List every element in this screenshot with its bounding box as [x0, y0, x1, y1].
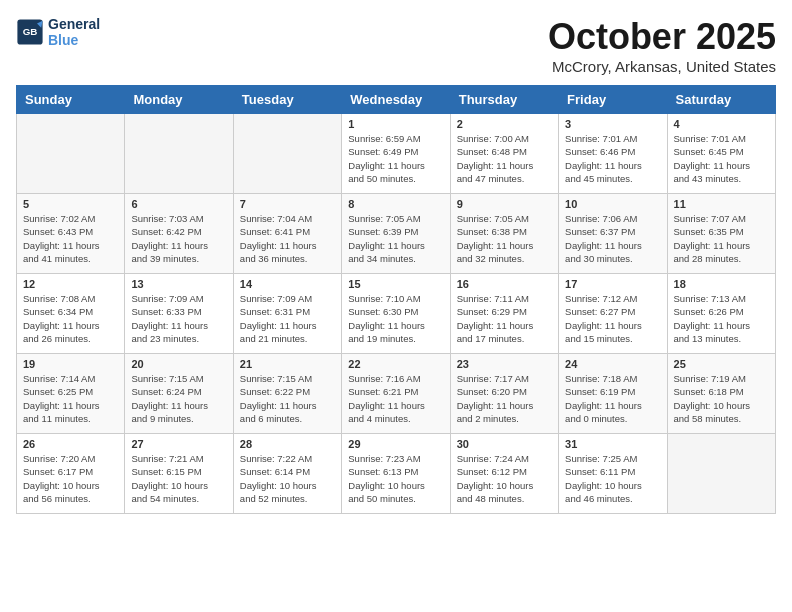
day-cell: 21Sunrise: 7:15 AM Sunset: 6:22 PM Dayli… — [233, 354, 341, 434]
logo: GB General Blue — [16, 16, 100, 48]
day-cell: 28Sunrise: 7:22 AM Sunset: 6:14 PM Dayli… — [233, 434, 341, 514]
day-number: 15 — [348, 278, 443, 290]
col-header-friday: Friday — [559, 86, 667, 114]
day-detail: Sunrise: 7:20 AM Sunset: 6:17 PM Dayligh… — [23, 452, 118, 505]
logo-line2: Blue — [48, 32, 100, 48]
day-cell — [667, 434, 775, 514]
day-detail: Sunrise: 7:25 AM Sunset: 6:11 PM Dayligh… — [565, 452, 660, 505]
day-number: 23 — [457, 358, 552, 370]
day-number: 29 — [348, 438, 443, 450]
day-number: 22 — [348, 358, 443, 370]
day-number: 21 — [240, 358, 335, 370]
day-cell: 18Sunrise: 7:13 AM Sunset: 6:26 PM Dayli… — [667, 274, 775, 354]
day-detail: Sunrise: 7:12 AM Sunset: 6:27 PM Dayligh… — [565, 292, 660, 345]
col-header-tuesday: Tuesday — [233, 86, 341, 114]
day-number: 3 — [565, 118, 660, 130]
day-detail: Sunrise: 7:01 AM Sunset: 6:45 PM Dayligh… — [674, 132, 769, 185]
week-row-3: 12Sunrise: 7:08 AM Sunset: 6:34 PM Dayli… — [17, 274, 776, 354]
day-number: 20 — [131, 358, 226, 370]
day-detail: Sunrise: 7:06 AM Sunset: 6:37 PM Dayligh… — [565, 212, 660, 265]
week-row-4: 19Sunrise: 7:14 AM Sunset: 6:25 PM Dayli… — [17, 354, 776, 434]
day-detail: Sunrise: 7:01 AM Sunset: 6:46 PM Dayligh… — [565, 132, 660, 185]
col-header-thursday: Thursday — [450, 86, 558, 114]
day-detail: Sunrise: 7:24 AM Sunset: 6:12 PM Dayligh… — [457, 452, 552, 505]
day-number: 31 — [565, 438, 660, 450]
day-number: 17 — [565, 278, 660, 290]
day-number: 8 — [348, 198, 443, 210]
day-number: 16 — [457, 278, 552, 290]
day-detail: Sunrise: 7:02 AM Sunset: 6:43 PM Dayligh… — [23, 212, 118, 265]
day-detail: Sunrise: 7:16 AM Sunset: 6:21 PM Dayligh… — [348, 372, 443, 425]
day-number: 27 — [131, 438, 226, 450]
day-cell: 8Sunrise: 7:05 AM Sunset: 6:39 PM Daylig… — [342, 194, 450, 274]
day-cell: 4Sunrise: 7:01 AM Sunset: 6:45 PM Daylig… — [667, 114, 775, 194]
day-number: 1 — [348, 118, 443, 130]
logo-icon: GB — [16, 18, 44, 46]
day-number: 9 — [457, 198, 552, 210]
day-cell: 10Sunrise: 7:06 AM Sunset: 6:37 PM Dayli… — [559, 194, 667, 274]
logo-line1: General — [48, 16, 100, 32]
col-header-wednesday: Wednesday — [342, 86, 450, 114]
day-cell: 22Sunrise: 7:16 AM Sunset: 6:21 PM Dayli… — [342, 354, 450, 434]
day-detail: Sunrise: 7:07 AM Sunset: 6:35 PM Dayligh… — [674, 212, 769, 265]
day-detail: Sunrise: 7:14 AM Sunset: 6:25 PM Dayligh… — [23, 372, 118, 425]
page-header: GB General Blue October 2025 McCrory, Ar… — [16, 16, 776, 75]
day-cell: 23Sunrise: 7:17 AM Sunset: 6:20 PM Dayli… — [450, 354, 558, 434]
day-cell: 15Sunrise: 7:10 AM Sunset: 6:30 PM Dayli… — [342, 274, 450, 354]
title-section: October 2025 McCrory, Arkansas, United S… — [548, 16, 776, 75]
day-detail: Sunrise: 6:59 AM Sunset: 6:49 PM Dayligh… — [348, 132, 443, 185]
day-detail: Sunrise: 7:04 AM Sunset: 6:41 PM Dayligh… — [240, 212, 335, 265]
day-number: 18 — [674, 278, 769, 290]
day-number: 28 — [240, 438, 335, 450]
day-detail: Sunrise: 7:09 AM Sunset: 6:33 PM Dayligh… — [131, 292, 226, 345]
day-number: 11 — [674, 198, 769, 210]
day-cell: 26Sunrise: 7:20 AM Sunset: 6:17 PM Dayli… — [17, 434, 125, 514]
day-cell: 6Sunrise: 7:03 AM Sunset: 6:42 PM Daylig… — [125, 194, 233, 274]
day-cell: 12Sunrise: 7:08 AM Sunset: 6:34 PM Dayli… — [17, 274, 125, 354]
day-cell: 2Sunrise: 7:00 AM Sunset: 6:48 PM Daylig… — [450, 114, 558, 194]
day-detail: Sunrise: 7:18 AM Sunset: 6:19 PM Dayligh… — [565, 372, 660, 425]
day-number: 4 — [674, 118, 769, 130]
day-detail: Sunrise: 7:17 AM Sunset: 6:20 PM Dayligh… — [457, 372, 552, 425]
day-cell — [233, 114, 341, 194]
day-cell: 14Sunrise: 7:09 AM Sunset: 6:31 PM Dayli… — [233, 274, 341, 354]
col-header-saturday: Saturday — [667, 86, 775, 114]
day-cell — [125, 114, 233, 194]
col-header-monday: Monday — [125, 86, 233, 114]
day-number: 13 — [131, 278, 226, 290]
day-number: 5 — [23, 198, 118, 210]
calendar-table: SundayMondayTuesdayWednesdayThursdayFrid… — [16, 85, 776, 514]
week-row-2: 5Sunrise: 7:02 AM Sunset: 6:43 PM Daylig… — [17, 194, 776, 274]
day-detail: Sunrise: 7:13 AM Sunset: 6:26 PM Dayligh… — [674, 292, 769, 345]
day-detail: Sunrise: 7:09 AM Sunset: 6:31 PM Dayligh… — [240, 292, 335, 345]
day-cell: 27Sunrise: 7:21 AM Sunset: 6:15 PM Dayli… — [125, 434, 233, 514]
day-number: 12 — [23, 278, 118, 290]
day-cell: 3Sunrise: 7:01 AM Sunset: 6:46 PM Daylig… — [559, 114, 667, 194]
month-title: October 2025 — [548, 16, 776, 58]
day-number: 26 — [23, 438, 118, 450]
day-cell: 17Sunrise: 7:12 AM Sunset: 6:27 PM Dayli… — [559, 274, 667, 354]
day-cell: 19Sunrise: 7:14 AM Sunset: 6:25 PM Dayli… — [17, 354, 125, 434]
day-cell: 9Sunrise: 7:05 AM Sunset: 6:38 PM Daylig… — [450, 194, 558, 274]
day-number: 14 — [240, 278, 335, 290]
day-cell: 31Sunrise: 7:25 AM Sunset: 6:11 PM Dayli… — [559, 434, 667, 514]
day-cell: 1Sunrise: 6:59 AM Sunset: 6:49 PM Daylig… — [342, 114, 450, 194]
week-row-5: 26Sunrise: 7:20 AM Sunset: 6:17 PM Dayli… — [17, 434, 776, 514]
svg-text:GB: GB — [23, 26, 38, 37]
day-cell: 25Sunrise: 7:19 AM Sunset: 6:18 PM Dayli… — [667, 354, 775, 434]
day-detail: Sunrise: 7:03 AM Sunset: 6:42 PM Dayligh… — [131, 212, 226, 265]
day-detail: Sunrise: 7:15 AM Sunset: 6:22 PM Dayligh… — [240, 372, 335, 425]
day-detail: Sunrise: 7:08 AM Sunset: 6:34 PM Dayligh… — [23, 292, 118, 345]
day-number: 24 — [565, 358, 660, 370]
day-detail: Sunrise: 7:19 AM Sunset: 6:18 PM Dayligh… — [674, 372, 769, 425]
day-cell: 24Sunrise: 7:18 AM Sunset: 6:19 PM Dayli… — [559, 354, 667, 434]
day-number: 2 — [457, 118, 552, 130]
day-detail: Sunrise: 7:05 AM Sunset: 6:39 PM Dayligh… — [348, 212, 443, 265]
day-cell: 11Sunrise: 7:07 AM Sunset: 6:35 PM Dayli… — [667, 194, 775, 274]
day-cell: 13Sunrise: 7:09 AM Sunset: 6:33 PM Dayli… — [125, 274, 233, 354]
day-detail: Sunrise: 7:15 AM Sunset: 6:24 PM Dayligh… — [131, 372, 226, 425]
day-number: 25 — [674, 358, 769, 370]
day-detail: Sunrise: 7:05 AM Sunset: 6:38 PM Dayligh… — [457, 212, 552, 265]
day-detail: Sunrise: 7:21 AM Sunset: 6:15 PM Dayligh… — [131, 452, 226, 505]
day-cell: 20Sunrise: 7:15 AM Sunset: 6:24 PM Dayli… — [125, 354, 233, 434]
